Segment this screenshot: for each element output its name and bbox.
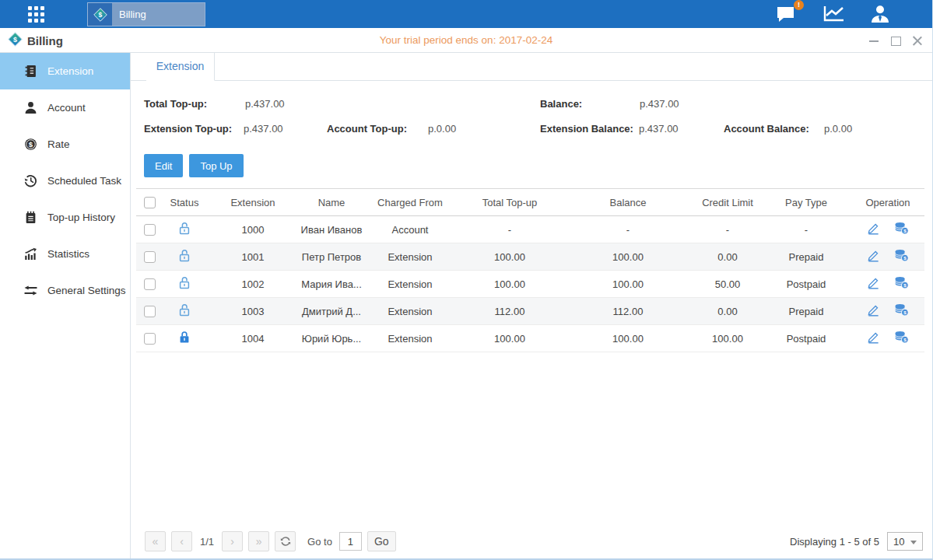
sidebar-item-label: General Settings: [47, 285, 126, 296]
page-size-select[interactable]: 10: [887, 532, 923, 551]
svg-text:$: $: [903, 255, 907, 261]
cell-total-topup: 100.00: [458, 243, 562, 271]
first-page-button[interactable]: «: [145, 531, 166, 551]
table-row: 1004 Юрий Юрь... Extension 100.00 100.00…: [136, 325, 924, 352]
cell-name: Мария Ива...: [300, 271, 363, 298]
row-checkbox[interactable]: [144, 333, 156, 345]
sidebar-item-extension[interactable]: Extension: [0, 53, 130, 89]
statistics-icon: [24, 247, 37, 261]
cell-balance: 112.00: [562, 298, 694, 325]
system-topbar: $ Billing !: [0, 0, 932, 28]
next-page-button[interactable]: ›: [222, 531, 243, 551]
cell-pay-type: -: [761, 216, 851, 243]
cell-credit-limit: 100.00: [694, 325, 761, 352]
account-balance-label: Account Balance:: [724, 123, 809, 135]
edit-row-icon[interactable]: [867, 222, 880, 237]
edit-button[interactable]: Edit: [144, 154, 183, 177]
top-up-row-icon[interactable]: $: [894, 276, 909, 292]
lock-status-icon[interactable]: [178, 249, 191, 262]
extension-balance-label: Extension Balance:: [540, 123, 633, 135]
goto-page-input[interactable]: [339, 532, 362, 551]
table-row: 1002 Мария Ива... Extension 100.00 100.0…: [136, 271, 924, 298]
select-all-checkbox[interactable]: [144, 197, 156, 208]
taskbar-tab-label: Billing: [112, 9, 167, 20]
user-account-icon[interactable]: [867, 3, 893, 25]
lock-status-icon[interactable]: [178, 331, 191, 344]
edit-row-icon[interactable]: [867, 303, 880, 319]
col-charged-from: Charged From: [363, 189, 458, 216]
billing-app-window: $ Billing !: [0, 0, 933, 560]
table-header-row: Status Extension Name Charged From Total…: [136, 189, 924, 216]
cell-pay-type: Postpaid: [761, 325, 851, 352]
cell-charged-from: Extension: [363, 271, 458, 298]
cell-balance: 100.00: [562, 243, 694, 271]
scheduled-task-icon: [24, 174, 37, 187]
account-topup-label: Account Top-up:: [327, 123, 407, 135]
lock-status-icon[interactable]: [178, 303, 191, 317]
cell-credit-limit: -: [694, 216, 761, 243]
maximize-button[interactable]: [890, 35, 901, 46]
sidebar-item-statistics[interactable]: Statistics: [0, 236, 130, 272]
table-row: 1001 Петр Петров Extension 100.00 100.00…: [136, 243, 924, 271]
cell-charged-from: Account: [363, 216, 458, 243]
svg-text:$: $: [903, 282, 907, 288]
main-content: Extension Total Top-up: p.437.00 Balance…: [131, 53, 932, 558]
lock-status-icon[interactable]: [178, 276, 191, 289]
top-up-row-icon[interactable]: $: [894, 222, 909, 237]
cell-total-topup: -: [458, 216, 562, 243]
apps-grid-icon[interactable]: [28, 6, 51, 23]
close-button[interactable]: [912, 35, 923, 46]
rate-icon: $: [24, 138, 37, 151]
lock-status-icon[interactable]: [178, 222, 191, 235]
cell-credit-limit: 0.00: [694, 243, 761, 271]
sidebar-item-general-settings[interactable]: General Settings: [0, 272, 130, 309]
cell-balance: 100.00: [562, 271, 694, 298]
cell-extension: 1004: [205, 325, 300, 352]
sidebar-item-label: Top-up History: [47, 212, 115, 223]
cell-name: Дмитрий Д...: [300, 298, 363, 325]
balance-value: p.437.00: [640, 98, 679, 110]
svg-text:$: $: [29, 140, 33, 149]
col-balance: Balance: [562, 189, 694, 216]
svg-text:$: $: [98, 11, 102, 19]
sidebar-item-account[interactable]: Account: [0, 89, 130, 126]
top-up-button[interactable]: Top Up: [189, 154, 243, 177]
prev-page-button[interactable]: ‹: [171, 531, 192, 551]
col-name: Name: [300, 189, 363, 216]
pagination-bar: « ‹ 1/1 › » Go to Go Displaying 1 - 5 of…: [145, 530, 923, 552]
page-indicator: 1/1: [200, 536, 214, 548]
extension-icon: [24, 65, 37, 78]
cell-charged-from: Extension: [363, 298, 458, 325]
edit-row-icon[interactable]: [867, 276, 880, 292]
taskbar-billing-tab[interactable]: $ Billing: [87, 2, 205, 26]
last-page-button[interactable]: »: [248, 531, 269, 551]
refresh-button[interactable]: [275, 531, 296, 551]
messages-icon[interactable]: !: [773, 3, 799, 25]
row-checkbox[interactable]: [144, 224, 156, 236]
top-up-row-icon[interactable]: $: [894, 249, 909, 264]
topup-history-icon: [24, 211, 37, 224]
cell-pay-type: Prepaid: [761, 243, 851, 271]
reports-icon[interactable]: [821, 3, 847, 25]
sidebar-item-rate[interactable]: $ Rate: [0, 126, 130, 163]
edit-row-icon[interactable]: [867, 249, 880, 264]
cell-extension: 1003: [205, 298, 300, 325]
top-up-row-icon[interactable]: $: [894, 331, 909, 346]
col-pay-type: Pay Type: [761, 189, 851, 216]
edit-row-icon[interactable]: [867, 331, 880, 346]
sidebar-item-scheduled-task[interactable]: Scheduled Task: [0, 163, 130, 199]
row-checkbox[interactable]: [144, 251, 156, 263]
extension-topup-label: Extension Top-up:: [144, 123, 232, 135]
cell-charged-from: Extension: [363, 243, 458, 271]
tab-extension[interactable]: Extension: [146, 53, 215, 81]
row-checkbox[interactable]: [144, 306, 156, 317]
top-up-row-icon[interactable]: $: [894, 303, 909, 319]
sidebar-item-topup-history[interactable]: Top-up History: [0, 199, 130, 236]
col-operation: Operation: [851, 189, 924, 216]
go-button[interactable]: Go: [367, 531, 396, 551]
svg-text:$: $: [903, 310, 907, 315]
cell-total-topup: 112.00: [458, 298, 562, 325]
row-checkbox[interactable]: [144, 278, 156, 290]
cell-pay-type: Prepaid: [761, 298, 851, 325]
minimize-button[interactable]: [868, 35, 879, 46]
